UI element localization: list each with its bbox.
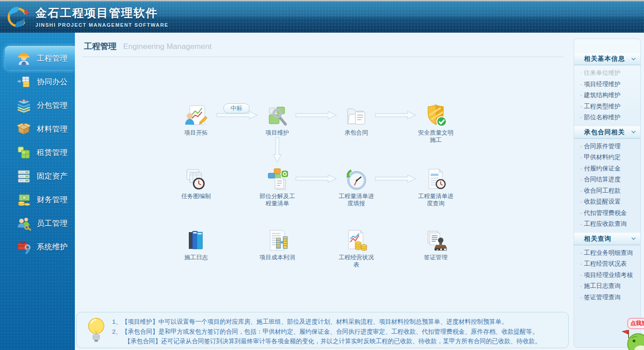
project-maintenance-icon	[265, 103, 290, 128]
progress-query-icon	[423, 167, 448, 191]
flow-node-progress-query[interactable]: 工程量清单进度查询	[416, 167, 456, 207]
flow-node-label: 工程经营状况表	[336, 254, 376, 268]
related-link[interactable]: 收款提醒设置	[574, 196, 640, 208]
mascot-helper[interactable]: 点我加	[615, 318, 644, 350]
related-link[interactable]: 工程经营状况表	[574, 258, 640, 270]
cost-profit-icon	[265, 228, 290, 253]
related-link[interactable]: 签证管理查询	[574, 292, 640, 303]
nav-item-collaboration[interactable]: 协同办公	[0, 70, 75, 93]
boq-breakdown-icon	[265, 167, 290, 191]
flow-arrow-right-icon	[375, 174, 417, 185]
task-schedule-icon	[184, 167, 208, 191]
collaboration-icon	[16, 74, 31, 89]
tip-line: 2、【承包合同】是和甲方或发包方签订的合同，包括：甲供材约定、履约保证金、合同执…	[112, 327, 564, 337]
related-link[interactable]: 部位名称维护	[574, 112, 640, 123]
flow-node-safety-quality[interactable]: 安全质量文明施工	[416, 103, 456, 144]
system-toolbox-icon	[16, 239, 31, 254]
related-link[interactable]: 项目经理业绩考核	[574, 270, 640, 281]
related-links-list: 合同原件管理 甲供材料约定 付履约保证金 合同结算进度 收合同工程款 收款提醒设…	[574, 139, 640, 233]
flow-node-task-schedule[interactable]: 任务图编制	[176, 167, 216, 200]
related-link[interactable]: 工程应收款查询	[574, 219, 640, 230]
nav-item-engineering[interactable]: 工程管理	[5, 46, 75, 70]
app-title: 金石工程项目管理软件	[35, 5, 168, 20]
safety-shield-icon	[423, 103, 448, 128]
related-link[interactable]: 合同原件管理	[574, 141, 640, 152]
related-link[interactable]: 合同结算进度	[574, 174, 640, 185]
related-section-contract: 承包合同相关 合同原件管理 甲供材料约定 付履约保证金 合同结算进度 收合同工程…	[574, 126, 640, 233]
jinshi-logo-icon	[5, 5, 30, 30]
app-header: 金石工程项目管理软件 JINSHI PROJECT MANAGEMENT SOF…	[0, 0, 644, 33]
related-section-basic-info: 相关基本信息 往来单位维护 项目经理维护 建筑结构维护 工程类型维护 部位名称维…	[574, 53, 640, 126]
brand-block: 金石工程项目管理软件 JINSHI PROJECT MANAGEMENT SOF…	[35, 5, 168, 28]
nav-item-leasing[interactable]: 租赁管理	[0, 141, 75, 164]
staff-people-icon	[16, 216, 31, 231]
related-section-query: 相关查询 工程业务明细查询 工程经营状况表 项目经理业绩考核 施工日志查询 签证…	[574, 233, 640, 306]
nav-item-label: 固定资产	[37, 171, 68, 181]
section-header-query[interactable]: 相关查询	[574, 233, 640, 245]
nav-item-materials[interactable]: 材料管理	[0, 117, 75, 141]
related-link[interactable]: 建筑结构维护	[574, 90, 640, 101]
flow-node-project-maintenance[interactable]: 项目维护	[257, 103, 297, 136]
flow-node-construction-log[interactable]: 施工日志	[176, 228, 216, 261]
flow-node-label: 施工日志	[176, 254, 216, 261]
section-title: 相关基本信息	[584, 55, 625, 63]
materials-box-icon	[16, 122, 31, 136]
nav-item-label: 分包管理	[37, 100, 68, 111]
mascot-character-icon	[615, 329, 644, 350]
nav-item-system[interactable]: 系统维护	[0, 235, 75, 258]
flow-node-contract[interactable]: 承包合同	[336, 103, 376, 136]
related-link[interactable]: 付履约保证金	[574, 163, 640, 175]
flow-node-label: 项目开拓	[176, 129, 216, 136]
nav-item-staff[interactable]: 员工管理	[0, 211, 75, 235]
related-link[interactable]: 工程业务明细查询	[574, 248, 640, 259]
nav-item-fixed-assets[interactable]: 固定资产	[0, 164, 75, 188]
flow-node-label: 承包合同	[336, 129, 376, 136]
flow-node-label: 工程量清单进度填报	[336, 193, 376, 207]
visa-stamp-icon	[423, 228, 448, 253]
related-link[interactable]: 收合同工程款	[574, 185, 640, 197]
main-area: 工程管理 Engineering Management 项目开拓	[75, 33, 644, 350]
flow-node-label: 部位分解及工程量清单	[257, 193, 297, 207]
construction-log-books-icon	[184, 228, 208, 253]
nav-item-label: 租赁管理	[37, 147, 68, 158]
project-development-icon	[184, 103, 208, 128]
related-links-list: 往来单位维护 项目经理维护 建筑结构维护 工程类型维护 部位名称维护	[574, 65, 640, 126]
subcontract-layers-icon	[16, 98, 31, 113]
flow-node-label: 签证管理	[416, 254, 456, 261]
app-subtitle: JINSHI PROJECT MANAGEMENT SOFTWARE	[35, 22, 168, 28]
flow-arrow-right-icon	[295, 174, 337, 185]
worker-icon	[16, 51, 31, 66]
tip-line: 1、【项目维护】中可以设置每一个项目的对应库房、施工班组、部位及进度计划、材料采…	[112, 317, 564, 327]
nav-item-label: 工程管理	[37, 53, 68, 63]
related-link[interactable]: 项目经理维护	[574, 79, 640, 90]
tips-panel: 1、【项目维护】中可以设置每一个项目的对应库房、施工班组、部位及进度计划、材料采…	[76, 312, 569, 348]
flow-node-progress-report[interactable]: 工程量清单进度填报	[336, 167, 376, 207]
flow-node-label: 项目成本利润	[257, 254, 297, 261]
nav-item-label: 协同办公	[37, 77, 68, 87]
nav-item-subcontract[interactable]: 分包管理	[0, 93, 75, 117]
content-panel: 工程管理 Engineering Management 项目开拓	[75, 33, 571, 350]
flow-node-cost-profit[interactable]: 项目成本利润	[257, 228, 297, 261]
workflow-diagram: 项目开拓 项目维护	[75, 33, 571, 350]
related-link[interactable]: 施工日志查询	[574, 281, 640, 292]
finance-money-icon	[16, 192, 31, 207]
flow-node-business-status[interactable]: 工程经营状况表	[336, 228, 376, 268]
flow-node-project-development[interactable]: 项目开拓	[176, 103, 216, 136]
flow-node-visa-management[interactable]: 签证管理	[416, 228, 456, 261]
related-link[interactable]: 往来单位维护	[574, 68, 640, 79]
flow-node-boq-breakdown[interactable]: 部位分解及工程量清单	[257, 167, 297, 207]
related-link[interactable]: 代扣管理费税金	[574, 208, 640, 219]
nav-item-label: 员工管理	[37, 218, 68, 228]
fixed-assets-server-icon	[16, 169, 31, 184]
flow-arrow-right-icon	[216, 111, 258, 122]
section-header-contract[interactable]: 承包合同相关	[574, 126, 640, 139]
chevron-down-icon	[631, 237, 636, 240]
related-link[interactable]: 甲供材料约定	[574, 152, 640, 163]
section-header-basic-info[interactable]: 相关基本信息	[574, 53, 640, 65]
section-title: 承包合同相关	[584, 128, 625, 136]
chevron-down-icon	[631, 131, 636, 134]
mascot-bubble[interactable]: 点我加	[627, 318, 644, 329]
related-link[interactable]: 工程类型维护	[574, 101, 640, 112]
contract-folder-icon	[344, 103, 369, 128]
nav-item-finance[interactable]: 财务管理	[0, 188, 75, 211]
